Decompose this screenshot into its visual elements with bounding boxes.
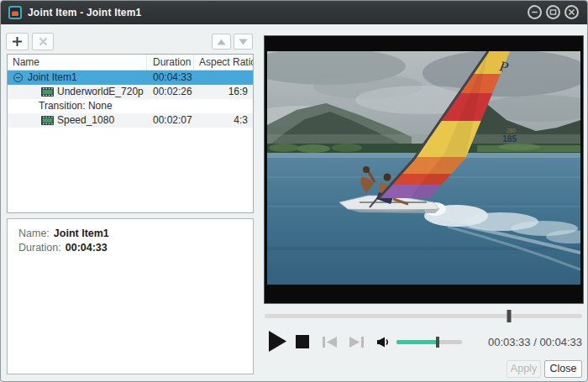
volume-icon [377,338,387,348]
sail-number: 185 [502,134,517,144]
row-name: Joint Item1 [28,71,77,85]
title-bar: Joint Item - Joint Item1 [1,1,587,24]
row-aspect-ratio [194,71,253,85]
joint-item-dialog: Joint Item - Joint Item1 Name Duration A… [0,0,588,382]
column-header-name: Name [8,55,147,70]
previous-icon [323,337,337,348]
video-clip-icon [41,116,54,125]
collapse-icon[interactable] [13,73,23,82]
name-value: Joint Item1 [54,228,109,239]
next-icon [349,337,364,348]
volume-slider[interactable] [396,336,462,348]
table-row-transition[interactable]: Transition: None [8,99,253,113]
time-display: 00:03:33 / 00:04:33 [459,336,582,348]
table-row-clip[interactable]: Speed_1080 00:02:07 4:3 [8,113,253,128]
minimize-button[interactable] [528,5,542,19]
sail-number-small: 280 [507,128,516,133]
clip-list: Name Duration Aspect Ratio Joint Item1 0… [7,54,254,213]
duration-label: Duration: [18,242,61,254]
details-duration-line: Duration:00:04:33 [18,241,253,255]
next-button[interactable] [348,336,365,348]
add-file-button[interactable] [6,33,29,50]
row-duration: 00:02:26 [147,85,194,99]
column-header-duration: Duration [147,55,194,70]
list-header: Name Duration Aspect Ratio [8,55,253,71]
apply-button[interactable]: Apply [507,360,541,378]
move-down-button[interactable] [234,34,253,50]
plus-icon [12,36,23,47]
volume-handle[interactable] [436,337,439,348]
row-name: Speed_1080 [57,113,114,128]
video-clip-icon [41,87,54,97]
seek-handle[interactable] [507,310,512,322]
arrow-up-icon [217,39,226,45]
window-title: Joint Item - Joint Item1 [28,7,141,18]
row-name: UnderworldE_720p [57,85,144,99]
remove-file-button[interactable] [32,33,54,50]
column-header-aspect-ratio: Aspect Ratio [194,55,253,70]
row-aspect-ratio: 16:9 [194,85,253,99]
close-icon [566,7,577,18]
arrow-down-icon [239,39,248,45]
maximize-button[interactable] [546,5,560,19]
table-row-clip[interactable]: UnderworldE_720p 00:02:26 16:9 [8,85,253,99]
row-duration: 00:02:07 [147,113,194,128]
video-preview: P 280 185 [264,35,584,304]
row-name: Transition: None [39,99,113,113]
duration-value: 00:04:33 [66,242,108,254]
row-duration: 00:04:33 [147,71,194,85]
play-button[interactable] [267,330,287,353]
details-panel: Name:Joint Item1 Duration:00:04:33 [7,218,254,374]
close-window-button[interactable] [564,5,579,19]
minimize-icon [529,7,540,18]
delete-x-icon [39,37,48,46]
seek-track[interactable] [265,314,582,318]
table-row-joint-item[interactable]: Joint Item1 00:04:33 [8,71,253,85]
details-name-line: Name:Joint Item1 [18,227,253,241]
video-frame-image: P 280 185 [267,51,580,285]
play-icon [269,331,286,352]
maximize-icon [548,7,559,18]
stop-button[interactable] [296,335,309,348]
volume-fill [396,340,438,344]
close-button[interactable]: Close [544,360,582,378]
name-label: Name: [18,228,50,239]
volume-button[interactable] [375,335,390,349]
seek-bar[interactable] [265,310,582,322]
app-icon [8,6,22,19]
move-up-button[interactable] [212,34,231,50]
row-aspect-ratio: 4:3 [194,113,253,128]
previous-button[interactable] [321,336,339,348]
